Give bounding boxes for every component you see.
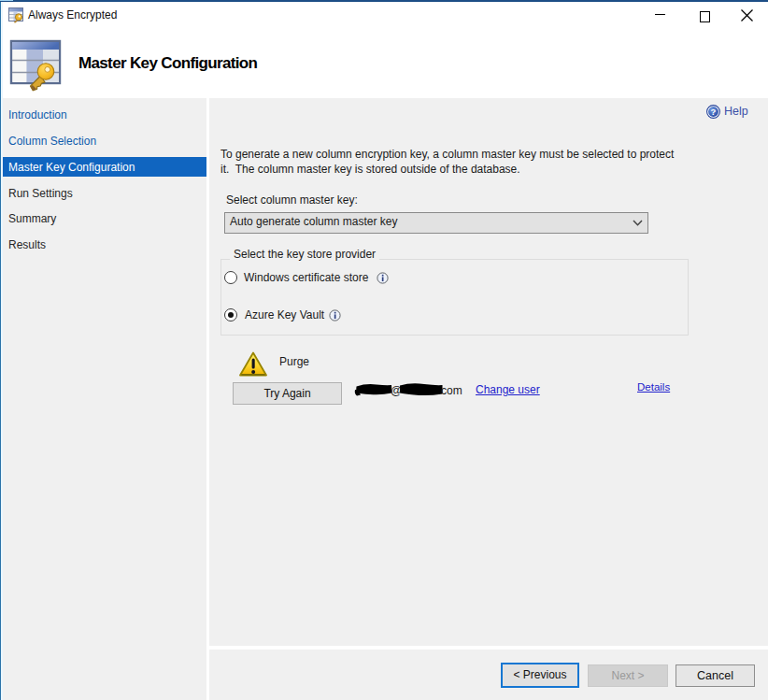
svg-text:?: ? xyxy=(711,107,717,117)
